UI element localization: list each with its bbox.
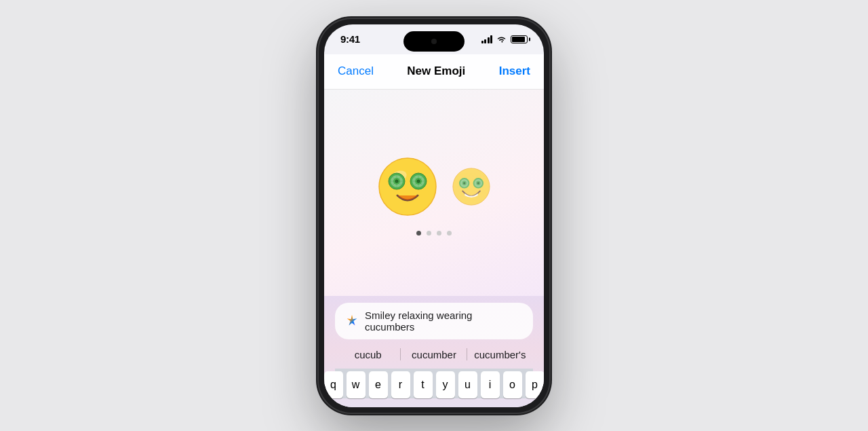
- insert-button[interactable]: Insert: [499, 64, 530, 78]
- key-e[interactable]: e: [369, 371, 388, 398]
- phone-screen: 9:41: [324, 24, 544, 407]
- autocomplete-bar: cucub cucumber cucumber's: [335, 345, 533, 364]
- key-r[interactable]: r: [391, 371, 410, 398]
- autocomplete-item-cucumbers[interactable]: cucumber's: [467, 345, 533, 364]
- nav-bar: Cancel New Emoji Insert: [324, 54, 544, 90]
- text-input-row[interactable]: Smiley relaxing wearing cucumbers: [335, 303, 533, 339]
- svg-point-26: [463, 182, 465, 184]
- emoji-carousel: [324, 156, 544, 220]
- key-t[interactable]: t: [414, 371, 433, 398]
- nav-title: New Emoji: [407, 64, 465, 78]
- dot-4: [447, 231, 452, 236]
- key-w[interactable]: w: [347, 371, 366, 398]
- cancel-button[interactable]: Cancel: [338, 64, 374, 78]
- phone-frame: 9:41: [319, 19, 549, 413]
- status-icons: [481, 35, 528, 43]
- key-q[interactable]: q: [324, 371, 343, 398]
- svg-point-30: [477, 182, 479, 184]
- page-dots: [416, 231, 452, 236]
- dynamic-island: [403, 24, 465, 52]
- wifi-icon: [496, 35, 507, 43]
- key-i[interactable]: i: [481, 371, 500, 398]
- ai-sparkle-icon: [344, 314, 359, 329]
- dot-3: [437, 231, 441, 236]
- input-text: Smiley relaxing wearing cucumbers: [365, 310, 524, 333]
- key-o[interactable]: o: [503, 371, 522, 398]
- signal-icon: [481, 35, 493, 43]
- emoji-display-area: [324, 90, 544, 296]
- status-bar: 9:41: [324, 24, 544, 54]
- autocomplete-item-cucub[interactable]: cucub: [335, 345, 401, 364]
- input-area: Smiley relaxing wearing cucumbers cucub …: [324, 296, 544, 407]
- main-content: Cancel New Emoji Insert: [324, 54, 544, 407]
- key-y[interactable]: y: [436, 371, 455, 398]
- dot-1: [416, 231, 421, 236]
- status-time: 9:41: [340, 33, 360, 45]
- battery-icon: [511, 35, 528, 43]
- keyboard: q w e r t y u i o p: [335, 369, 533, 398]
- key-u[interactable]: u: [458, 371, 477, 398]
- keyboard-row-qwerty: q w e r t y u i o p: [338, 371, 530, 398]
- secondary-emoji: [452, 167, 491, 209]
- main-emoji[interactable]: [377, 156, 438, 220]
- key-p[interactable]: p: [526, 371, 545, 398]
- dot-2: [427, 231, 431, 236]
- autocomplete-item-cucumber[interactable]: cucumber: [401, 345, 467, 364]
